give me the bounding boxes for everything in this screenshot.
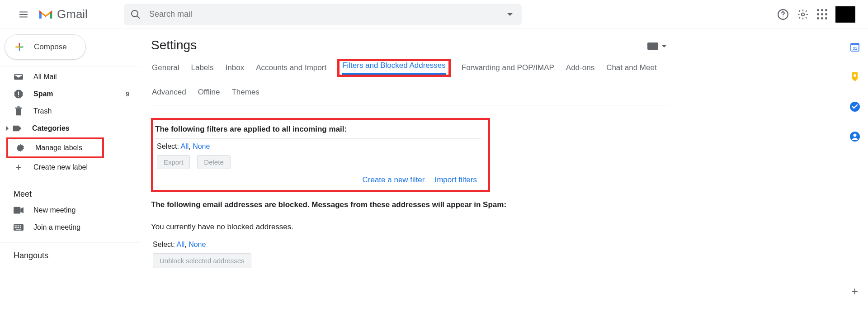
keep-icon[interactable] — [849, 71, 860, 82]
export-button[interactable]: Export — [157, 155, 190, 169]
add-addon-button[interactable]: + — [851, 284, 858, 298]
account-avatar[interactable] — [835, 6, 855, 23]
gmail-logo[interactable]: Gmail — [38, 7, 88, 21]
svg-point-28 — [854, 74, 856, 77]
blocked-select-none[interactable]: None — [189, 241, 206, 248]
main-menu-button[interactable] — [13, 4, 34, 25]
spam-icon — [14, 89, 24, 99]
sidebar-item-manage-labels[interactable]: Manage labels — [8, 139, 102, 156]
keyboard-small-icon — [647, 43, 658, 50]
app-name: Gmail — [57, 7, 88, 21]
svg-rect-24 — [16, 229, 22, 230]
svg-point-3 — [783, 16, 783, 17]
search-options-caret-icon[interactable] — [507, 13, 513, 16]
svg-rect-16 — [14, 225, 15, 226]
blocked-heading: The following email addresses are blocke… — [151, 194, 671, 215]
hangouts-section-header: Hangouts — [0, 242, 140, 263]
blocked-select-all[interactable]: All — [176, 241, 184, 248]
svg-point-31 — [853, 134, 856, 137]
side-panel: 31 + — [841, 29, 868, 312]
settings-gear-icon[interactable] — [797, 9, 809, 20]
svg-rect-21 — [16, 227, 17, 228]
tab-offline[interactable]: Offline — [197, 85, 221, 99]
sidebar-item-label: Create new label — [33, 163, 88, 171]
sidebar-item-label: Categories — [32, 124, 70, 132]
trash-icon — [14, 106, 24, 116]
sidebar-item-all-mail[interactable]: All Mail — [0, 68, 140, 85]
annotation-highlight-filters-block: The following filters are applied to all… — [151, 118, 490, 192]
annotation-highlight-manage-labels: Manage labels — [6, 137, 104, 158]
calendar-icon[interactable]: 31 — [849, 42, 860, 52]
svg-line-1 — [137, 16, 140, 19]
sidebar-item-label: New meeting — [33, 206, 75, 214]
label-list: All Mail Spam 9 Trash Categories Manage … — [0, 66, 140, 176]
svg-point-0 — [132, 10, 138, 17]
tab-inbox[interactable]: Inbox — [225, 61, 245, 75]
sidebar-item-spam[interactable]: Spam 9 — [0, 85, 140, 103]
left-sidebar: Compose All Mail Spam 9 Trash Categories — [0, 29, 140, 312]
sidebar-item-create-label[interactable]: + Create new label — [0, 159, 140, 176]
caret-down-icon — [662, 45, 666, 47]
sidebar-item-label: All Mail — [33, 73, 57, 81]
svg-rect-20 — [14, 227, 15, 228]
hamburger-icon — [19, 9, 28, 19]
filters-select-none[interactable]: None — [193, 142, 210, 150]
svg-rect-18 — [18, 225, 19, 226]
svg-text:31: 31 — [852, 46, 857, 51]
svg-rect-9 — [16, 109, 21, 115]
main-content: Settings General Labels Inbox Accounts a… — [140, 29, 841, 312]
categories-tag-icon — [12, 123, 22, 133]
tab-themes[interactable]: Themes — [231, 85, 260, 99]
sidebar-item-label: Spam — [33, 90, 53, 98]
tab-general[interactable]: General — [151, 61, 180, 75]
settings-tabs: General Labels Inbox Accounts and Import… — [151, 56, 671, 105]
import-filters-link[interactable]: Import filters — [434, 175, 477, 184]
google-apps-icon[interactable] — [817, 9, 827, 19]
compose-button[interactable]: Compose — [5, 34, 86, 60]
tab-accounts-import[interactable]: Accounts and Import — [255, 61, 327, 75]
page-title: Settings — [151, 38, 197, 52]
tab-filters-blocked[interactable]: Filters and Blocked Addresses — [342, 57, 446, 75]
expand-caret-icon — [6, 126, 9, 131]
create-filter-link[interactable]: Create a new filter — [363, 175, 425, 184]
svg-rect-8 — [18, 96, 19, 97]
sidebar-item-categories[interactable]: Categories — [0, 120, 140, 137]
unblock-button[interactable]: Unblock selected addresses — [153, 253, 251, 268]
video-icon — [14, 205, 24, 215]
compose-label: Compose — [34, 43, 67, 52]
plus-icon: + — [14, 162, 24, 172]
search-input[interactable] — [149, 9, 507, 19]
tab-addons[interactable]: Add-ons — [565, 61, 595, 75]
svg-rect-23 — [20, 227, 21, 228]
tab-forwarding[interactable]: Forwarding and POP/IMAP — [461, 61, 555, 75]
select-label: Select: — [153, 241, 175, 248]
sidebar-item-label: Manage labels — [35, 144, 82, 152]
tab-labels[interactable]: Labels — [190, 61, 214, 75]
search-bar[interactable] — [124, 4, 522, 25]
meet-section-header: Meet — [0, 181, 140, 202]
tab-chat-meet[interactable]: Chat and Meet — [605, 61, 658, 75]
header-actions — [777, 6, 864, 23]
tab-advanced[interactable]: Advanced — [151, 85, 187, 99]
sidebar-item-new-meeting[interactable]: New meeting — [0, 202, 140, 219]
keyboard-icon — [14, 222, 24, 232]
annotation-highlight-filters-tab: Filters and Blocked Addresses — [337, 59, 451, 77]
svg-rect-13 — [14, 207, 20, 213]
filters-select-all[interactable]: All — [180, 142, 189, 150]
svg-rect-22 — [18, 227, 19, 228]
sidebar-item-join-meeting[interactable]: Join a meeting — [0, 219, 140, 236]
input-tools-button[interactable] — [647, 43, 666, 50]
svg-rect-10 — [15, 108, 22, 109]
sidebar-item-label: Trash — [33, 107, 52, 115]
filters-select-row: Select: All, None — [155, 139, 481, 154]
compose-plus-icon — [13, 41, 26, 53]
tasks-icon[interactable] — [849, 101, 860, 112]
gear-icon — [15, 143, 25, 153]
help-icon[interactable] — [777, 9, 789, 20]
delete-button[interactable]: Delete — [197, 155, 230, 169]
contacts-icon[interactable] — [849, 131, 860, 142]
sidebar-item-trash[interactable]: Trash — [0, 103, 140, 120]
blocked-empty-text: You currently have no blocked addresses. — [151, 215, 671, 239]
svg-rect-17 — [16, 225, 17, 226]
gmail-logo-icon — [38, 9, 53, 20]
